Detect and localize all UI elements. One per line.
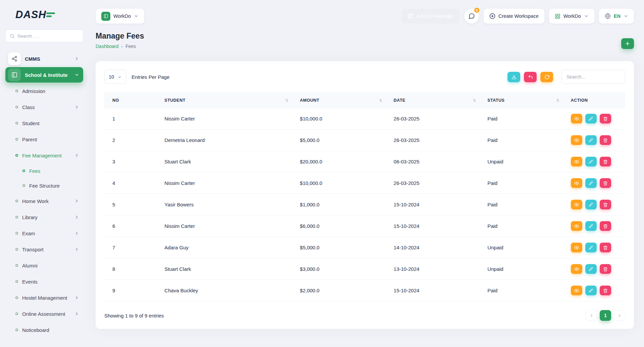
sidebar-item[interactable]: Parent	[5, 132, 83, 147]
view-button[interactable]	[571, 243, 582, 252]
sidebar-item[interactable]: Exam	[5, 226, 83, 241]
fee-action-cell	[563, 108, 625, 130]
column-header[interactable]: STUDENT	[156, 93, 292, 108]
chevron-down-icon	[117, 75, 122, 79]
fees-table-body: 1 Nissim Carter $10,000.0 26-03-2025 Pai…	[104, 108, 625, 301]
edit-button[interactable]	[585, 264, 597, 274]
fee-date-cell: 15-10-2024	[386, 280, 480, 301]
eye-icon	[574, 202, 579, 207]
delete-button[interactable]	[600, 114, 611, 123]
edit-button[interactable]	[585, 221, 597, 231]
reset-button[interactable]	[524, 72, 537, 82]
column-header[interactable]: STATUS	[479, 93, 562, 108]
sidebar-item[interactable]: Admission	[5, 83, 83, 99]
eye-icon	[574, 181, 579, 186]
add-fee-button[interactable]	[621, 38, 634, 49]
fee-status-cell: Paid	[479, 194, 562, 215]
delete-button[interactable]	[600, 221, 611, 231]
delete-button[interactable]	[600, 286, 611, 295]
chevron-right-icon	[74, 215, 79, 219]
sidebar-item[interactable]: Hostel Management	[5, 290, 83, 305]
chat-icon	[468, 13, 475, 19]
sidebar-item[interactable]: Transport	[5, 242, 83, 257]
breadcrumb-dashboard-link[interactable]: Dashboard	[96, 44, 119, 49]
sidebar-item-label: Admission	[22, 88, 70, 94]
view-button[interactable]	[571, 286, 582, 295]
bullet-icon	[15, 264, 18, 267]
fee-action-cell	[563, 172, 625, 194]
fee-date-cell: 14-10-2024	[386, 237, 480, 258]
view-button[interactable]	[571, 200, 582, 209]
fee-amount-cell: $20,000.0	[292, 151, 386, 172]
delete-button[interactable]	[600, 135, 611, 145]
create-workspace-button[interactable]: Create Workspace	[484, 9, 544, 23]
language-dropdown[interactable]: EN	[599, 9, 634, 23]
view-button[interactable]	[571, 221, 582, 231]
entries-per-page-select[interactable]: 10	[104, 70, 126, 84]
delete-button[interactable]	[600, 157, 611, 166]
sidebar-item[interactable]: Alumni	[5, 258, 83, 273]
sidebar-item[interactable]: Online Assessment	[5, 306, 83, 321]
view-button[interactable]	[571, 264, 582, 274]
workdo-dropdown[interactable]: WorkDo	[549, 9, 594, 23]
fees-table-head: NO STUDENT AMOUNT DATE STATUS ACTION	[104, 93, 625, 108]
delete-button[interactable]	[600, 200, 611, 209]
sidebar-item[interactable]: CMMS	[5, 51, 83, 66]
sidebar-item[interactable]: Class	[5, 99, 83, 115]
next-page-button[interactable]	[614, 310, 625, 321]
globe-icon	[605, 13, 611, 19]
eye-icon	[574, 116, 579, 121]
entries-summary: Showing 1 to 9 of 9 entries	[104, 313, 164, 318]
edit-button[interactable]	[585, 135, 597, 145]
delete-button[interactable]	[600, 264, 611, 274]
workdo-dropdown-label: WorkDo	[564, 13, 581, 19]
trash-icon	[603, 116, 608, 121]
delete-button[interactable]	[600, 243, 611, 252]
edit-button[interactable]	[585, 286, 597, 295]
column-header[interactable]: AMOUNT	[292, 93, 386, 108]
brand-logo-text: DASH	[15, 9, 46, 21]
column-header-label: DATE	[394, 98, 406, 103]
previous-page-button[interactable]	[586, 310, 597, 321]
edit-button[interactable]	[585, 200, 597, 209]
view-button[interactable]	[571, 135, 582, 145]
sidebar-item[interactable]: Fees	[5, 164, 83, 178]
fee-status-cell: Paid	[479, 108, 562, 130]
view-button[interactable]	[571, 178, 582, 188]
export-button[interactable]	[507, 72, 520, 82]
fee-student-cell: Nissim Carter	[156, 108, 292, 130]
fee-student-cell: Stuart Clark	[156, 151, 292, 172]
edit-button[interactable]	[585, 178, 597, 188]
messages-button[interactable]: 0	[464, 9, 479, 23]
column-header[interactable]: ACTION	[563, 93, 625, 108]
edit-button[interactable]	[585, 243, 597, 252]
page-number-button[interactable]: 1	[600, 310, 611, 321]
sidebar-item[interactable]: Fee Structure	[5, 179, 83, 193]
sidebar-item[interactable]: School & Institute	[5, 67, 83, 83]
sidebar-item[interactable]: Events	[5, 274, 83, 289]
sidebar-item-label: Fee Management	[22, 153, 70, 158]
refresh-icon	[544, 75, 549, 80]
edit-button[interactable]	[585, 114, 597, 123]
delete-button[interactable]	[600, 178, 611, 188]
table-search-input[interactable]	[561, 70, 625, 84]
view-button[interactable]	[571, 157, 582, 166]
sidebar-item[interactable]: Library	[5, 209, 83, 225]
sidebar-item[interactable]: Fee Management	[5, 148, 83, 163]
sidebar-item[interactable]: Noticeboard	[5, 322, 83, 338]
sidebar-search-input[interactable]	[17, 34, 79, 39]
workspace-switcher[interactable]: WorkDo	[96, 9, 144, 23]
sidebar-item[interactable]: Student	[5, 115, 83, 131]
row-actions	[571, 200, 622, 209]
brand-logo[interactable]: DASH	[5, 9, 83, 21]
sidebar-item-icon	[8, 52, 21, 65]
view-button[interactable]	[571, 114, 582, 123]
edit-button[interactable]	[585, 157, 597, 166]
column-header[interactable]: DATE	[386, 93, 480, 108]
fee-status-cell: Paid	[479, 172, 562, 194]
sidebar-item[interactable]: Home Work	[5, 193, 83, 209]
eye-icon	[574, 159, 579, 164]
refresh-button[interactable]	[540, 72, 553, 82]
add-on-manager-button[interactable]: Add On Manager	[402, 9, 459, 23]
column-header[interactable]: NO	[104, 93, 156, 108]
